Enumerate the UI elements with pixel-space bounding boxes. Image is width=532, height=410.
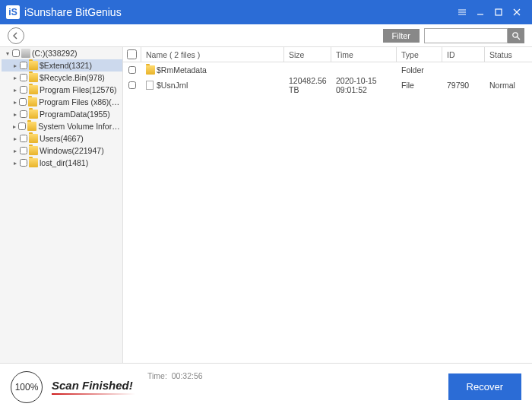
cell-status: Normal	[485, 81, 532, 90]
tree-item[interactable]: ▸ lost_dir(1481)	[2, 157, 122, 169]
tree-item[interactable]: ▸ $Extend(1321)	[2, 59, 122, 72]
header-check[interactable]	[123, 47, 141, 62]
app-logo-icon: iS	[6, 5, 20, 19]
cell-type: Folder	[397, 65, 442, 75]
tree-checkbox[interactable]	[20, 159, 27, 167]
collapse-icon[interactable]: ▾	[5, 50, 11, 57]
svg-point-1	[513, 32, 518, 37]
expand-icon[interactable]: ▸	[12, 111, 18, 118]
time-label: Time:	[147, 371, 167, 380]
tree-item[interactable]: ▸ ProgramData(1955)	[2, 108, 122, 120]
tree-label: Program Files(12576)	[40, 85, 117, 94]
header-id[interactable]: ID	[442, 47, 485, 62]
select-all-checkbox[interactable]	[127, 49, 137, 59]
table-row[interactable]: $UsnJrnl 120482.56 TB 2020-10-15 09:01:5…	[123, 78, 532, 93]
tree-label: $Recycle.Bin(978)	[40, 73, 105, 82]
tree-label: Program Files (x86)(7470)	[39, 97, 122, 106]
tree-item[interactable]: ▸ Users(4667)	[2, 132, 122, 145]
cell-name: $RmMetadata	[157, 65, 207, 75]
search-button[interactable]	[508, 28, 524, 43]
folder-icon	[27, 122, 36, 131]
time-value: 00:32:56	[172, 371, 203, 380]
expand-icon[interactable]: ▸	[12, 87, 18, 94]
cell-size: 120482.56 TB	[284, 76, 331, 94]
progress-value: 100%	[15, 382, 39, 393]
maximize-button[interactable]	[489, 3, 508, 21]
search-input[interactable]	[424, 28, 508, 43]
expand-icon[interactable]: ▸	[12, 99, 17, 106]
tree-root[interactable]: ▾ (C:)(338292)	[2, 47, 122, 59]
folder-icon	[146, 65, 155, 75]
tree-label: Users(4667)	[40, 134, 84, 143]
folder-icon	[29, 134, 38, 143]
close-button[interactable]	[508, 3, 526, 21]
status-underline	[52, 393, 135, 395]
expand-icon[interactable]: ▸	[12, 123, 17, 130]
folder-icon	[29, 146, 38, 155]
folder-icon	[28, 97, 37, 106]
file-list: Name ( 2 files ) Size Time Type ID Statu…	[123, 47, 532, 363]
tree-item[interactable]: ▸ System Volume Information(6)	[2, 120, 122, 132]
progress-circle: 100%	[11, 371, 43, 403]
tree-checkbox[interactable]	[20, 74, 27, 81]
recover-button[interactable]: Recover	[448, 373, 521, 400]
row-checkbox[interactable]	[128, 81, 136, 89]
header-time[interactable]: Time	[331, 47, 397, 62]
header-status[interactable]: Status	[485, 47, 532, 62]
folder-icon	[29, 158, 38, 167]
title-bar: iS iSunshare BitGenius	[0, 0, 532, 24]
tree-checkbox[interactable]	[20, 135, 27, 142]
header-type[interactable]: Type	[397, 47, 442, 62]
tree-item[interactable]: ▸ Windows(221947)	[2, 145, 122, 157]
status-bar: 100% Scan Finished! Time: 00:32:56 Recov…	[0, 363, 532, 410]
expand-icon[interactable]: ▸	[12, 148, 18, 154]
cell-time: 2020-10-15 09:01:52	[331, 76, 397, 94]
filter-button[interactable]: Filter	[383, 29, 420, 43]
scan-status-text: Scan Finished!	[52, 379, 135, 392]
tree-label: lost_dir(1481)	[40, 158, 88, 167]
tree-label: ProgramData(1955)	[40, 110, 110, 119]
folder-icon	[29, 85, 38, 94]
folder-tree: ▾ (C:)(338292) ▸ $Extend(1321) ▸ $Recycl…	[0, 47, 123, 363]
cell-id: 79790	[442, 81, 485, 90]
header-size[interactable]: Size	[284, 47, 331, 62]
tree-label: System Volume Information(6)	[38, 122, 122, 131]
tree-checkbox[interactable]	[20, 86, 27, 94]
app-title: iSunshare BitGenius	[24, 6, 453, 18]
drive-icon	[21, 49, 30, 58]
tree-label: $Extend(1321)	[40, 61, 92, 70]
folder-icon	[29, 61, 38, 70]
expand-icon[interactable]: ▸	[12, 160, 18, 167]
tree-checkbox[interactable]	[12, 49, 20, 57]
expand-icon[interactable]: ▸	[12, 135, 18, 142]
tree-item[interactable]: ▸ Program Files (x86)(7470)	[2, 96, 122, 108]
file-icon	[146, 81, 154, 90]
tree-item[interactable]: ▸ Program Files(12576)	[2, 84, 122, 96]
tree-label: (C:)(338292)	[32, 49, 78, 58]
time-info: Time: 00:32:56	[147, 371, 203, 380]
table-row[interactable]: $RmMetadata Folder	[123, 62, 532, 78]
tree-label: Windows(221947)	[40, 146, 104, 155]
tree-item[interactable]: ▸ $Recycle.Bin(978)	[2, 72, 122, 84]
minimize-button[interactable]	[471, 3, 489, 21]
tree-checkbox[interactable]	[20, 110, 27, 118]
tree-checkbox[interactable]	[20, 62, 27, 69]
svg-rect-0	[496, 9, 502, 15]
cell-name: $UsnJrnl	[157, 81, 188, 90]
tree-checkbox[interactable]	[19, 98, 27, 106]
cell-type: File	[397, 81, 442, 90]
folder-icon	[29, 73, 38, 82]
tree-checkbox[interactable]	[18, 122, 26, 130]
back-button[interactable]	[8, 27, 24, 44]
toolbar: Filter	[0, 24, 532, 47]
row-checkbox[interactable]	[128, 66, 136, 74]
folder-icon	[29, 110, 38, 119]
tree-checkbox[interactable]	[20, 147, 27, 154]
header-name[interactable]: Name ( 2 files )	[141, 47, 284, 62]
expand-icon[interactable]: ▸	[12, 62, 18, 69]
column-headers: Name ( 2 files ) Size Time Type ID Statu…	[123, 47, 532, 62]
expand-icon[interactable]: ▸	[12, 75, 18, 81]
menu-icon[interactable]	[453, 3, 471, 21]
